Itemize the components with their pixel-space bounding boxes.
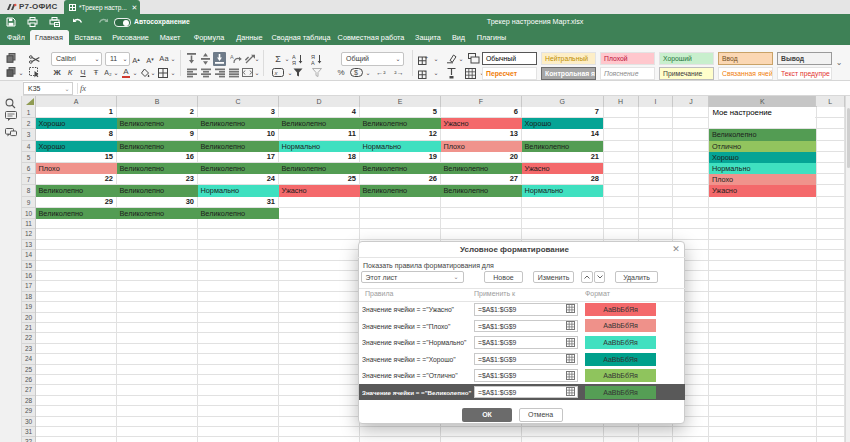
svg-text:А: А: [230, 54, 234, 60]
svg-text:А: А: [311, 60, 315, 66]
svg-text:Я: Я: [292, 60, 296, 66]
